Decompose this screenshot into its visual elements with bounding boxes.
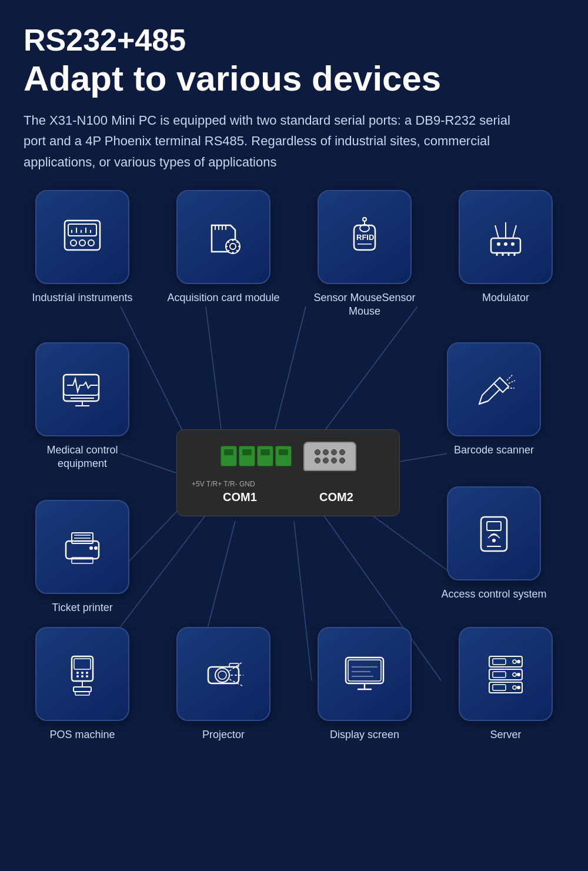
svg-point-38 (363, 218, 366, 221)
diagram-section: Industrial instruments (24, 190, 564, 742)
phoenix-terminal (220, 446, 292, 466)
barcode-scanner-icon (470, 366, 517, 413)
industrial-instruments-label: Industrial instruments (32, 291, 132, 305)
svg-rect-52 (64, 375, 99, 401)
svg-point-101 (517, 686, 520, 689)
svg-line-32 (228, 241, 229, 242)
svg-point-102 (513, 686, 516, 689)
projector-icon-box (176, 627, 270, 721)
server-icon-box (459, 627, 553, 721)
db9-pins (311, 446, 349, 467)
svg-point-84 (215, 668, 229, 682)
db9-pin-2 (323, 449, 329, 455)
svg-point-98 (513, 660, 516, 663)
com-box: +5V T/R+ T/R- GND COM1 COM2 (176, 429, 400, 516)
svg-rect-105 (493, 685, 506, 690)
description: The X31-N100 Mini PC is equipped with tw… (24, 110, 529, 172)
middle-row: Medical control equipment (24, 331, 564, 615)
ticket-printer-icon (59, 523, 106, 570)
pos-machine-item: POS machine (24, 627, 141, 742)
svg-text:RFID: RFID (356, 233, 374, 242)
svg-line-44 (513, 225, 516, 238)
modulator-label: Modulator (482, 291, 529, 305)
barcode-scanner-label: Barcode scanner (454, 443, 534, 457)
svg-rect-73 (74, 659, 91, 669)
svg-line-34 (228, 250, 229, 251)
terminal-block-2 (239, 446, 255, 466)
svg-point-75 (81, 672, 83, 674)
display-screen-item: Display screen (306, 627, 423, 742)
svg-point-63 (94, 546, 98, 550)
svg-point-14 (71, 240, 76, 246)
svg-point-100 (513, 673, 516, 676)
sensor-mouse-icon: RFID (341, 213, 388, 261)
svg-line-66 (509, 381, 515, 383)
server-icon (482, 650, 529, 698)
svg-point-45 (497, 242, 500, 246)
db9-pin-3 (331, 449, 337, 455)
svg-rect-13 (68, 224, 96, 236)
com-ports-visual (192, 442, 385, 471)
svg-line-33 (236, 250, 238, 251)
modulator-item: Modulator (447, 190, 564, 305)
acquisition-card-label: Acquisition card module (167, 291, 279, 305)
industrial-instruments-icon-box (35, 190, 129, 284)
db9-pin-1 (315, 449, 320, 455)
right-middle-col: Barcode scanner (435, 331, 564, 615)
left-middle-col: Medical control equipment (24, 331, 141, 615)
pos-machine-label: POS machine (49, 728, 115, 742)
com-labels-row: COM1 COM2 (192, 490, 385, 504)
barcode-scanner-item: Barcode scanner (435, 342, 553, 457)
svg-point-85 (218, 671, 226, 679)
db9-pin-7 (331, 458, 337, 463)
adapt-title: Adapt to various devices (24, 59, 564, 98)
industrial-instruments-item: Industrial instruments (24, 190, 141, 305)
com1-sublabel: +5V T/R+ T/R- GND (192, 480, 385, 488)
ticket-printer-label: Ticket printer (52, 601, 112, 615)
svg-rect-104 (493, 672, 506, 678)
content-layer: Industrial instruments (24, 190, 564, 742)
pos-machine-icon (59, 650, 106, 698)
svg-point-46 (504, 242, 507, 246)
com2-connector (303, 442, 356, 471)
svg-point-74 (76, 672, 79, 674)
db9-pin-4 (339, 449, 345, 455)
medical-control-label: Medical control equipment (24, 443, 141, 471)
svg-point-79 (86, 675, 88, 678)
terminal-block-3 (257, 446, 273, 466)
svg-point-76 (86, 672, 88, 674)
svg-point-78 (81, 675, 83, 678)
svg-rect-103 (493, 659, 506, 665)
medical-control-icon (59, 366, 106, 413)
acquisition-card-icon (200, 213, 247, 261)
svg-rect-81 (74, 687, 91, 692)
projector-label: Projector (202, 728, 245, 742)
medical-control-icon-box (35, 342, 129, 436)
com1-connector (220, 446, 292, 466)
pos-machine-icon-box (35, 627, 129, 721)
terminal-block-1 (220, 446, 237, 466)
svg-rect-88 (348, 660, 381, 681)
svg-rect-87 (346, 658, 383, 683)
server-item: Server (447, 627, 564, 742)
top-row: Industrial instruments (24, 190, 564, 319)
medical-control-item: Medical control equipment (24, 342, 141, 471)
ticket-printer-icon-box (35, 500, 129, 594)
com1-label: COM1 (223, 490, 257, 504)
com2-label: COM2 (319, 490, 353, 504)
display-screen-icon (341, 650, 388, 698)
acquisition-card-icon-box (176, 190, 270, 284)
sensor-mouse-icon-box: RFID (318, 190, 412, 284)
svg-point-70 (492, 539, 496, 542)
svg-point-77 (76, 675, 79, 678)
ticket-printer-item: Ticket printer (24, 500, 141, 615)
svg-point-16 (88, 240, 94, 246)
db9-pin-5 (315, 458, 320, 463)
acquisition-card-item: Acquisition card module (165, 190, 282, 305)
svg-rect-69 (487, 522, 501, 530)
svg-point-15 (79, 240, 85, 246)
header-section: RS232+485 Adapt to various devices The X… (24, 24, 564, 172)
svg-line-42 (495, 225, 499, 238)
db9-pin-6 (323, 458, 329, 463)
industrial-instruments-icon (59, 213, 106, 261)
